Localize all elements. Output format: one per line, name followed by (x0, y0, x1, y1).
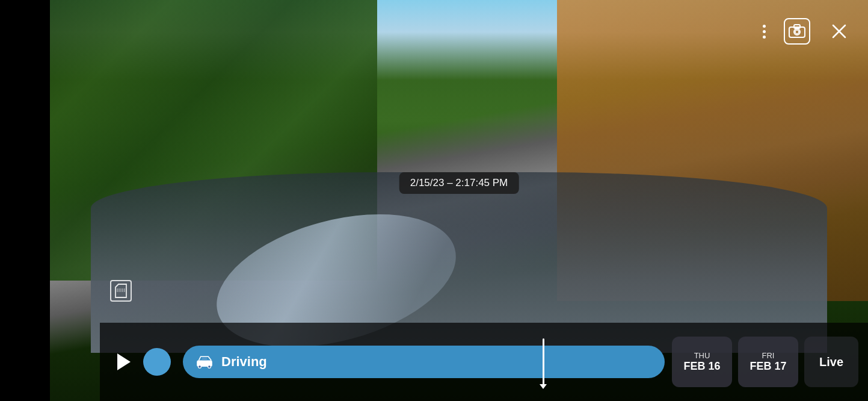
date-card-day-0: THU (694, 351, 710, 360)
bottom-bar: Driving THU FEB 16 FRI FEB 17 Live (100, 323, 868, 401)
left-sidebar (0, 0, 50, 401)
screenshot-button[interactable] (784, 18, 810, 45)
video-area: 2/15/23 – 2:17:45 PM (50, 0, 868, 401)
timestamp-text: 2/15/23 – 2:17:45 PM (410, 177, 508, 188)
date-cards: THU FEB 16 FRI FEB 17 Live (672, 337, 858, 387)
sd-card-icon (110, 280, 132, 302)
timeline-track[interactable]: Driving (183, 346, 665, 378)
play-icon (117, 353, 131, 370)
svg-point-11 (199, 365, 202, 368)
timestamp-tooltip: 2/15/23 – 2:17:45 PM (399, 172, 519, 194)
app-container: 2/15/23 – 2:17:45 PM (0, 0, 868, 401)
live-label: Live (819, 355, 843, 369)
driving-text: Driving (221, 354, 267, 370)
car-icon (195, 355, 214, 368)
driving-label: Driving (195, 354, 267, 370)
svg-rect-13 (202, 358, 207, 361)
date-card-day-1: FRI (762, 351, 775, 360)
play-button[interactable] (109, 349, 136, 375)
date-card-thu-feb16[interactable]: THU FEB 16 (672, 337, 732, 387)
scrubber-line[interactable] (543, 338, 544, 385)
close-button[interactable] (828, 20, 850, 42)
current-position-indicator (143, 348, 171, 376)
date-card-fri-feb17[interactable]: FRI FEB 17 (738, 337, 798, 387)
date-card-monthday-1: FEB 17 (749, 360, 786, 373)
more-options-button[interactable] (763, 25, 766, 39)
top-controls (763, 18, 850, 45)
live-button[interactable]: Live (804, 337, 858, 387)
svg-point-12 (208, 365, 211, 368)
date-card-monthday-0: FEB 16 (683, 360, 720, 373)
scrubber-handle (540, 384, 547, 389)
